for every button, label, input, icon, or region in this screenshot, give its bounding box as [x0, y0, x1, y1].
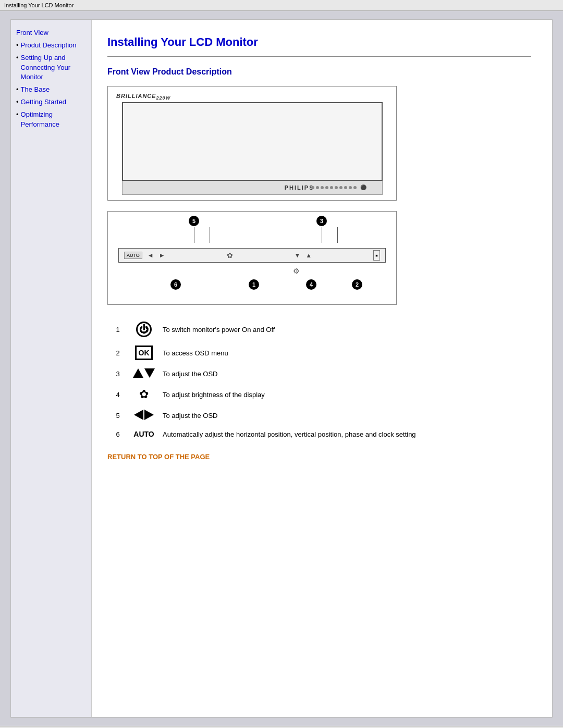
control-bar: AUTO ◄ ► ✿ ▼ ▲ ▪	[118, 248, 386, 263]
ctrl-dot-6	[335, 186, 338, 189]
circle-2: 2	[352, 279, 362, 290]
line-3b	[337, 227, 338, 243]
triangle-left	[134, 410, 143, 420]
left-arrow: ◄	[148, 252, 154, 259]
return-to-top-link[interactable]: RETURN TO TOP OF THE PAGE	[107, 453, 531, 461]
circle-1: 1	[249, 279, 259, 290]
title-divider	[107, 56, 531, 57]
bullet-1: •	[16, 41, 19, 50]
feature-num-4: 4	[107, 384, 128, 405]
feature-row-2: 2 OK To access OSD menu	[107, 341, 531, 364]
circle-3: 3	[316, 216, 327, 226]
feature-desc-3: To adjust the OSD	[160, 364, 531, 384]
up-down-icon	[133, 368, 155, 378]
bullet-2: •	[16, 53, 19, 63]
title-bar-text: Installing Your LCD Monitor	[4, 2, 74, 8]
brand-italic: BRILLIANCE	[116, 93, 156, 99]
triangle-down	[144, 368, 155, 378]
brand-sub: 220W	[156, 95, 171, 101]
feature-num-6: 6	[107, 426, 128, 442]
auto-icon: AUTO	[133, 430, 154, 438]
feature-row-6: 6 AUTO Automatically adjust the horizont…	[107, 426, 531, 442]
bullet-5: •	[16, 110, 19, 119]
monitor-bezel-bottom: PHILIPS ⚫	[122, 181, 383, 195]
feature-icon-2: OK	[128, 341, 160, 364]
section-title: Front View Product Description	[107, 67, 531, 77]
optimizing-performance-link[interactable]: Optimizing Performance	[21, 110, 86, 129]
ctrl-dot-4	[325, 186, 328, 189]
brightness-icon: ✿	[139, 388, 149, 401]
auto-btn: AUTO	[124, 252, 142, 259]
feature-desc-6: Automatically adjust the horizontal posi…	[160, 426, 531, 442]
line-5b	[210, 227, 210, 243]
feature-desc-4: To adjust brightness of the display	[160, 384, 531, 405]
feature-icon-5	[128, 405, 160, 426]
square-btn: ▪	[373, 250, 380, 261]
controls-diagram: 5 3 AUTO ◄ ► ✿ ▼ ▲ ▪ ⚙ 6 1 4 2	[107, 211, 397, 305]
triangle-up	[133, 368, 143, 378]
feature-num-3: 3	[107, 364, 128, 384]
bullet-3: •	[16, 85, 19, 94]
triangle-right	[144, 410, 154, 420]
line-3a	[322, 227, 322, 243]
the-base-link[interactable]: The Base	[21, 85, 50, 94]
monitor-image: BRILLIANCE220W PHILIPS ⚫	[107, 86, 397, 201]
down-arrow: ▼	[294, 252, 300, 259]
feature-desc-2: To access OSD menu	[160, 341, 531, 364]
monitor-brand-text: BRILLIANCE220W	[116, 93, 170, 101]
ctrl-dot-3	[321, 186, 324, 189]
sun-icon: ✿	[227, 251, 233, 260]
feature-num-5: 5	[107, 405, 128, 426]
getting-started-link[interactable]: Getting Started	[21, 97, 66, 107]
front-view-link[interactable]: Front View	[16, 28, 48, 38]
ctrl-dot-5	[330, 186, 333, 189]
power-icon: ⏻	[136, 322, 152, 337]
feature-row-4: 4 ✿ To adjust brightness of the display	[107, 384, 531, 405]
feature-icon-1: ⏻	[128, 317, 160, 341]
feature-icon-3	[128, 364, 160, 384]
sidebar-item-getting-started[interactable]: • Getting Started	[16, 97, 86, 108]
sidebar: Front View • Produt Description • Settin…	[11, 20, 92, 717]
feature-desc-1: To switch monitor's power On and Off	[160, 317, 531, 341]
product-description-link[interactable]: Produt Description	[21, 41, 77, 50]
setting-up-link[interactable]: Setting Up and Connecting Your Monitor	[21, 53, 86, 82]
feature-row-5: 5 To adjust the OSD	[107, 405, 531, 426]
line-5	[194, 227, 194, 243]
feature-num-2: 2	[107, 341, 128, 364]
small-sun: ⚙	[293, 267, 300, 275]
page-title: Installing Your LCD Monitor	[107, 35, 531, 49]
status-bar: file:///D|/My%20Documents/dfu/230WP7/eng…	[0, 726, 563, 728]
circle-6: 6	[170, 279, 181, 290]
feature-icon-6: AUTO	[128, 426, 160, 442]
sidebar-item-the-base[interactable]: • The Base	[16, 85, 86, 95]
feature-icon-4: ✿	[128, 384, 160, 405]
title-bar: Installing Your LCD Monitor	[0, 0, 563, 11]
monitor-controls-row: ⚫	[311, 184, 366, 190]
feature-desc-5: To adjust the OSD	[160, 405, 531, 426]
right-arrow: ►	[159, 252, 165, 259]
power-symbol: ⏻	[139, 325, 149, 334]
sidebar-item-setting-up[interactable]: • Setting Up and Connecting Your Monitor	[16, 53, 86, 83]
sidebar-item-optimizing-performance[interactable]: • Optimizing Performance	[16, 110, 86, 130]
ctrl-dot-10	[353, 186, 357, 189]
ctrl-dot-8	[344, 186, 347, 189]
ctrl-dot-7	[339, 186, 342, 189]
monitor-screen	[122, 102, 383, 181]
sidebar-item-front-view[interactable]: Front View	[16, 28, 86, 39]
ctrl-dot-9	[349, 186, 352, 189]
ctrl-dot-1	[311, 186, 314, 189]
ctrl-dot-2	[316, 186, 319, 189]
circle-4: 4	[306, 279, 316, 290]
sidebar-item-product-description[interactable]: • Produt Description	[16, 41, 86, 51]
monitor-bottom-brand: PHILIPS	[285, 184, 314, 191]
feature-row-1: 1 ⏻ To switch monitor's power On and Off	[107, 317, 531, 341]
feature-num-1: 1	[107, 317, 128, 341]
bullet-4: •	[16, 97, 19, 107]
ok-icon: OK	[135, 346, 153, 360]
circle-5: 5	[189, 216, 199, 226]
left-right-icon	[134, 410, 154, 420]
feature-row-3: 3 To adjust the OSD	[107, 364, 531, 384]
up-arrow2: ▲	[305, 252, 312, 259]
features-table: 1 ⏻ To switch monitor's power On and Off…	[107, 317, 531, 442]
main-content: Installing Your LCD Monitor Front View P…	[92, 20, 552, 717]
